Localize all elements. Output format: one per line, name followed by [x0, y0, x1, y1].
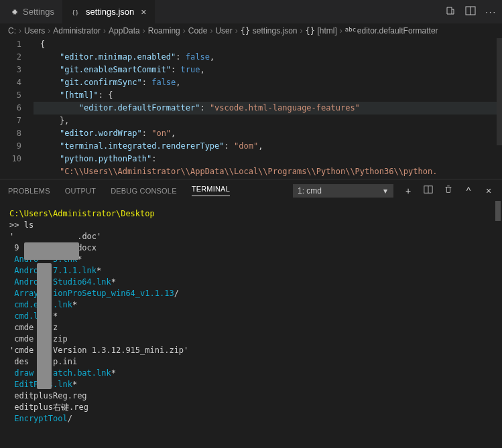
panel-tab-problems[interactable]: PROBLEMS	[8, 187, 50, 195]
tab-label: Settings	[23, 7, 54, 17]
svg-text:{}: {}	[72, 9, 79, 15]
crumb[interactable]: editor.defaultFormatter	[357, 26, 438, 35]
terminal[interactable]: C:\Users\Administrator\Desktop>> ls' .do…	[0, 202, 502, 448]
crumb[interactable]: settings.json	[253, 26, 298, 35]
new-terminal-icon[interactable]: +	[403, 185, 414, 196]
close-icon[interactable]: ×	[141, 7, 146, 17]
close-panel-icon[interactable]: ×	[483, 185, 494, 196]
string-icon: abc	[345, 26, 355, 35]
tab-bar: Settings {} settings.json × ···	[0, 0, 502, 23]
breadcrumb: C:› Users› Administrator› AppData› Roami…	[0, 23, 502, 38]
panel-tab-terminal[interactable]: TERMINAL	[192, 185, 230, 196]
editor[interactable]: 12345678910 { "editor.minimap.enabled": …	[0, 38, 502, 179]
terminal-scrollbar[interactable]	[495, 201, 501, 221]
json-icon: {}	[241, 26, 250, 35]
tab-settings[interactable]: Settings	[0, 0, 63, 23]
terminal-select[interactable]: 1: cmd	[293, 184, 393, 198]
redacted-region	[24, 242, 79, 260]
crumb[interactable]: Users	[24, 26, 45, 35]
terminal-select-value: 1: cmd	[298, 186, 322, 196]
crumb[interactable]: Roaming	[148, 26, 180, 35]
kill-terminal-icon[interactable]	[443, 185, 454, 196]
crumb[interactable]: C:	[8, 26, 16, 35]
panel-tab-debug[interactable]: DEBUG CONSOLE	[111, 187, 177, 195]
json-icon: {}	[71, 7, 82, 17]
braces-icon: {}	[306, 26, 315, 35]
tab-actions: ···	[445, 0, 502, 23]
tab-label: settings.json	[86, 7, 134, 17]
more-icon[interactable]: ···	[485, 7, 497, 17]
tab-settings-json[interactable]: {} settings.json ×	[63, 0, 155, 23]
crumb[interactable]: Code	[188, 26, 208, 35]
panel-tabs: PROBLEMS OUTPUT DEBUG CONSOLE TERMINAL 1…	[0, 179, 502, 202]
split-editor-icon[interactable]	[465, 5, 476, 18]
crumb[interactable]: [html]	[318, 26, 337, 35]
crumb[interactable]: AppData	[109, 26, 140, 35]
panel-tab-output[interactable]: OUTPUT	[65, 187, 96, 195]
minimap-slider[interactable]	[497, 38, 502, 145]
crumb[interactable]: User	[215, 26, 232, 35]
code-area[interactable]: { "editor.minimap.enabled": false, "git.…	[34, 38, 502, 179]
panel-controls: 1: cmd + ^ ×	[293, 184, 494, 198]
open-settings-json-icon[interactable]	[445, 5, 456, 18]
redacted-region	[37, 263, 52, 389]
crumb[interactable]: Administrator	[53, 26, 101, 35]
split-terminal-icon[interactable]	[423, 185, 434, 196]
gutter: 12345678910	[0, 38, 34, 179]
panel: PROBLEMS OUTPUT DEBUG CONSOLE TERMINAL 1…	[0, 179, 502, 448]
settings-icon	[8, 7, 19, 17]
maximize-panel-icon[interactable]: ^	[463, 185, 474, 196]
